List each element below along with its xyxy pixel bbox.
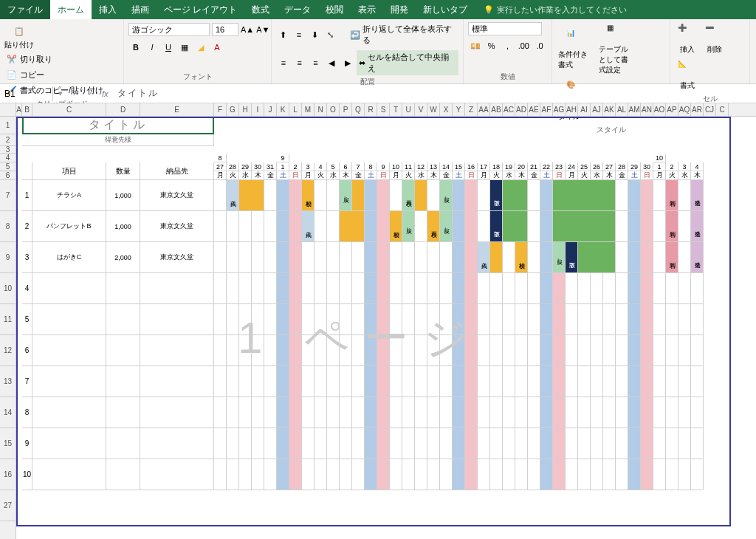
task-cell[interactable] bbox=[340, 211, 365, 242]
sched-cell[interactable] bbox=[566, 366, 578, 397]
sched-cell[interactable] bbox=[365, 180, 377, 211]
sched-cell[interactable] bbox=[289, 397, 302, 428]
qty-cell[interactable] bbox=[106, 366, 140, 397]
sched-cell[interactable] bbox=[327, 242, 340, 273]
sched-cell[interactable] bbox=[415, 304, 427, 335]
sched-cell[interactable] bbox=[528, 304, 540, 335]
col-header[interactable]: E bbox=[140, 103, 214, 117]
sched-cell[interactable] bbox=[352, 459, 365, 490]
sched-cell[interactable] bbox=[402, 304, 415, 335]
row-header[interactable]: 10 bbox=[0, 273, 16, 304]
sched-cell[interactable] bbox=[214, 273, 227, 304]
sched-cell[interactable] bbox=[465, 335, 478, 366]
item-cell[interactable]: チラシA bbox=[32, 180, 106, 211]
sched-cell[interactable] bbox=[402, 397, 415, 428]
row-no[interactable]: 10 bbox=[22, 459, 32, 490]
sched-cell[interactable] bbox=[503, 304, 515, 335]
col-header[interactable]: B bbox=[22, 103, 32, 117]
sched-cell[interactable] bbox=[239, 397, 252, 428]
no-header[interactable] bbox=[22, 162, 32, 180]
row-header[interactable]: 15 bbox=[0, 428, 16, 459]
sched-cell[interactable] bbox=[440, 459, 453, 490]
sched-cell[interactable] bbox=[616, 211, 628, 242]
weekday-cell[interactable]: 木 bbox=[515, 171, 528, 180]
qty-cell[interactable]: 1,000 bbox=[106, 180, 140, 211]
sched-cell[interactable] bbox=[478, 304, 490, 335]
sched-cell[interactable] bbox=[340, 428, 352, 459]
sched-cell[interactable] bbox=[340, 397, 352, 428]
row-header[interactable]: 11 bbox=[0, 304, 16, 335]
sched-cell[interactable] bbox=[377, 211, 390, 242]
sched-cell[interactable] bbox=[427, 366, 440, 397]
task-cell[interactable]: 発送 bbox=[691, 242, 704, 273]
sched-cell[interactable] bbox=[603, 335, 616, 366]
sched-cell[interactable] bbox=[440, 273, 453, 304]
sched-cell[interactable] bbox=[691, 428, 704, 459]
sched-cell[interactable] bbox=[641, 273, 653, 304]
task-cell[interactable] bbox=[352, 180, 365, 211]
weekday-cell[interactable]: 火 bbox=[578, 171, 591, 180]
sched-cell[interactable] bbox=[227, 211, 239, 242]
sched-cell[interactable] bbox=[691, 335, 704, 366]
weekday-cell[interactable]: 水 bbox=[415, 171, 427, 180]
task-cell[interactable]: 戻し bbox=[402, 211, 415, 242]
sched-cell[interactable] bbox=[214, 242, 227, 273]
sched-cell[interactable] bbox=[465, 397, 478, 428]
weekday-cell[interactable]: 日 bbox=[289, 171, 302, 180]
cond-format-button[interactable]: 📊条件付き書式 bbox=[557, 27, 595, 72]
dest-cell[interactable] bbox=[140, 397, 214, 428]
sched-cell[interactable] bbox=[264, 180, 277, 211]
sched-cell[interactable] bbox=[465, 242, 478, 273]
table-format-button[interactable]: ▦テーブルとして書式設定 bbox=[597, 22, 636, 77]
col-header[interactable]: X bbox=[440, 103, 453, 117]
sched-cell[interactable] bbox=[578, 459, 591, 490]
sched-cell[interactable] bbox=[566, 304, 578, 335]
task-cell[interactable]: 入稿 bbox=[302, 211, 315, 242]
sched-cell[interactable] bbox=[352, 273, 365, 304]
sched-cell[interactable] bbox=[277, 366, 289, 397]
sched-cell[interactable] bbox=[302, 304, 315, 335]
sched-cell[interactable] bbox=[365, 459, 377, 490]
col-header[interactable]: A bbox=[16, 103, 22, 117]
sched-cell[interactable] bbox=[289, 273, 302, 304]
sched-cell[interactable] bbox=[478, 397, 490, 428]
weekday-cell[interactable]: 木 bbox=[603, 171, 616, 180]
sched-cell[interactable] bbox=[678, 242, 691, 273]
grid[interactable]: 1 ページ タイトル得意先様項目数量納品先891027月28火29水30木31金… bbox=[16, 117, 756, 539]
weekday-cell[interactable]: 火 bbox=[227, 171, 239, 180]
sched-cell[interactable] bbox=[553, 335, 566, 366]
sched-cell[interactable] bbox=[390, 335, 402, 366]
sched-cell[interactable] bbox=[641, 397, 653, 428]
sched-cell[interactable] bbox=[415, 366, 427, 397]
sched-cell[interactable] bbox=[427, 273, 440, 304]
task-cell[interactable]: 発送 bbox=[691, 180, 704, 211]
task-cell[interactable]: 再校 bbox=[402, 180, 415, 211]
col-header[interactable]: AE bbox=[528, 103, 540, 117]
sched-cell[interactable] bbox=[490, 397, 503, 428]
task-cell[interactable] bbox=[553, 180, 616, 211]
row-no[interactable]: 5 bbox=[22, 304, 32, 335]
sched-cell[interactable] bbox=[515, 428, 528, 459]
col-header[interactable]: W bbox=[427, 103, 440, 117]
sched-cell[interactable] bbox=[390, 304, 402, 335]
sched-cell[interactable] bbox=[252, 428, 264, 459]
sched-cell[interactable] bbox=[603, 366, 616, 397]
qty-cell[interactable] bbox=[106, 304, 140, 335]
sched-cell[interactable] bbox=[214, 428, 227, 459]
sched-cell[interactable] bbox=[528, 273, 540, 304]
subtitle-cell[interactable]: 得意先様 bbox=[22, 134, 214, 146]
col-header[interactable]: Z bbox=[465, 103, 478, 117]
sched-cell[interactable] bbox=[678, 335, 691, 366]
sched-cell[interactable] bbox=[214, 180, 227, 211]
sched-cell[interactable] bbox=[239, 242, 252, 273]
col-header[interactable]: H bbox=[239, 103, 252, 117]
sched-cell[interactable] bbox=[402, 459, 415, 490]
sched-cell[interactable] bbox=[528, 211, 540, 242]
tab-developer[interactable]: 開発 bbox=[383, 0, 416, 19]
sched-cell[interactable] bbox=[666, 304, 678, 335]
sched-cell[interactable] bbox=[678, 397, 691, 428]
row-header[interactable]: 9 bbox=[0, 242, 16, 273]
weekday-cell[interactable]: 月 bbox=[653, 171, 666, 180]
sched-cell[interactable] bbox=[678, 459, 691, 490]
qty-cell[interactable] bbox=[106, 428, 140, 459]
